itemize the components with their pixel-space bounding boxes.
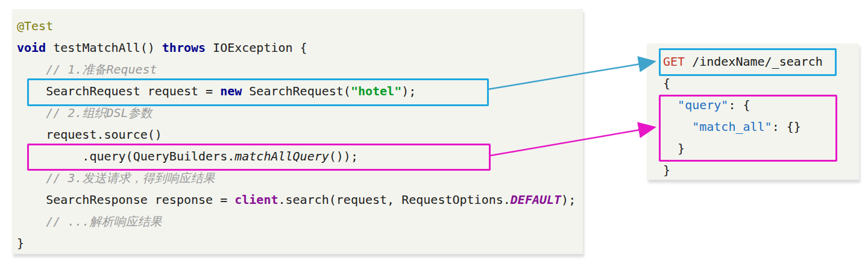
dsl-code-panel: GET /indexName/_search{ "query": { "matc… [647, 43, 859, 180]
code-line: // 2.组织DSL参数 [17, 102, 583, 124]
code-segment-kw: void [17, 40, 46, 55]
code-segment-cmt: // 1.准备Request [46, 62, 157, 77]
code-line: } [663, 138, 859, 159]
java-code-panel: @Testvoid testMatchAll() throws IOExcept… [12, 9, 583, 254]
code-segment-str: "hotel" [351, 84, 401, 98]
code-line: "match_all": {} [663, 116, 859, 138]
code-line: @Test [17, 15, 583, 37]
code-segment-fld: client [234, 192, 278, 207]
code-line: // ...解析响应结果 [17, 211, 583, 232]
code-segment-plain: { [663, 76, 670, 90]
code-segment-plain: SearchRequest( [242, 84, 351, 98]
code-line: SearchRequest request = new SearchReques… [17, 80, 583, 102]
code-segment-plain: SearchRequest request = [17, 84, 220, 98]
code-segment-plain: .search(request, RequestOptions. [278, 192, 510, 207]
code-segment-plain: /indexName/_search [685, 54, 823, 69]
code-segment-key: "match_all" [692, 119, 772, 134]
code-segment-plain: : {} [772, 119, 801, 134]
code-segment-kw: throws [162, 40, 206, 55]
code-segment-ann: @Test [17, 19, 53, 33]
code-segment-plain [17, 214, 46, 229]
code-segment-key: "query" [678, 98, 728, 112]
dsl-code: GET /indexName/_search{ "query": { "matc… [647, 43, 859, 181]
code-segment-plain: : { [728, 98, 750, 112]
code-line: SearchResponse response = client.search(… [17, 189, 583, 211]
code-segment-plain: SearchResponse response = [17, 192, 234, 207]
code-line: GET /indexName/_search [663, 51, 859, 72]
code-segment-plain [17, 62, 46, 77]
code-segment-plain [663, 119, 692, 134]
code-segment-plain [17, 106, 46, 120]
code-segment-plain: request.source() [17, 127, 162, 142]
code-segment-plain: } [663, 141, 685, 156]
code-line: { [663, 72, 859, 94]
code-line: // 1.准备Request [17, 59, 583, 80]
code-segment-plain [663, 98, 678, 112]
code-segment-mth: matchAllQuery [234, 149, 329, 163]
code-segment-cmt: // 3.发送请求，得到响应结果 [46, 171, 215, 185]
code-segment-red: GET [663, 54, 685, 69]
code-line: .query(QueryBuilders.matchAllQuery()); [17, 145, 583, 167]
code-segment-cmt: // 2.组织DSL参数 [46, 106, 152, 120]
code-segment-kw: new [220, 84, 242, 98]
code-segment-plain: } [663, 163, 670, 177]
code-line: // 3.发送请求，得到响应结果 [17, 167, 583, 189]
code-segment-plain: .query(QueryBuilders. [17, 149, 234, 163]
java-code: @Testvoid testMatchAll() throws IOExcept… [12, 9, 583, 254]
code-line: } [663, 159, 859, 181]
code-line: void testMatchAll() throws IOException { [17, 37, 583, 59]
code-segment-plain: IOException { [206, 40, 307, 55]
code-segment-plain: } [17, 236, 24, 250]
code-segment-const: DEFAULT [511, 192, 561, 207]
code-line: } [17, 232, 583, 254]
code-segment-plain: ); [561, 192, 576, 207]
code-line: request.source() [17, 124, 583, 145]
code-segment-plain [17, 171, 46, 185]
code-segment-cmt: // ...解析响应结果 [46, 214, 162, 229]
code-segment-plain: ); [401, 84, 416, 98]
code-segment-plain: testMatchAll() [46, 40, 162, 55]
code-segment-plain: ()); [329, 149, 358, 163]
code-line: "query": { [663, 94, 859, 116]
